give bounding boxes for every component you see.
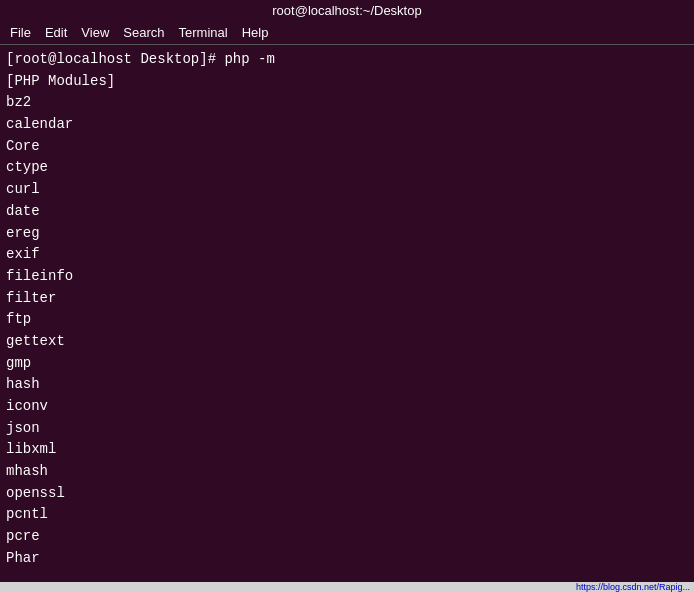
menu-item-help[interactable]: Help (236, 23, 275, 42)
menu-bar: FileEditViewSearchTerminalHelp (0, 21, 694, 45)
menu-item-view[interactable]: View (75, 23, 115, 42)
menu-item-edit[interactable]: Edit (39, 23, 73, 42)
title-text: root@localhost:~/Desktop (272, 3, 421, 18)
title-bar: root@localhost:~/Desktop (0, 0, 694, 21)
menu-item-terminal[interactable]: Terminal (173, 23, 234, 42)
url-hint: https://blog.csdn.net/Rapig... (576, 582, 690, 592)
terminal-content[interactable]: [root@localhost Desktop]# php -m [PHP Mo… (0, 45, 694, 582)
status-bar: https://blog.csdn.net/Rapig... (0, 582, 694, 592)
menu-item-search[interactable]: Search (117, 23, 170, 42)
terminal-output: [root@localhost Desktop]# php -m [PHP Mo… (6, 49, 688, 570)
menu-item-file[interactable]: File (4, 23, 37, 42)
